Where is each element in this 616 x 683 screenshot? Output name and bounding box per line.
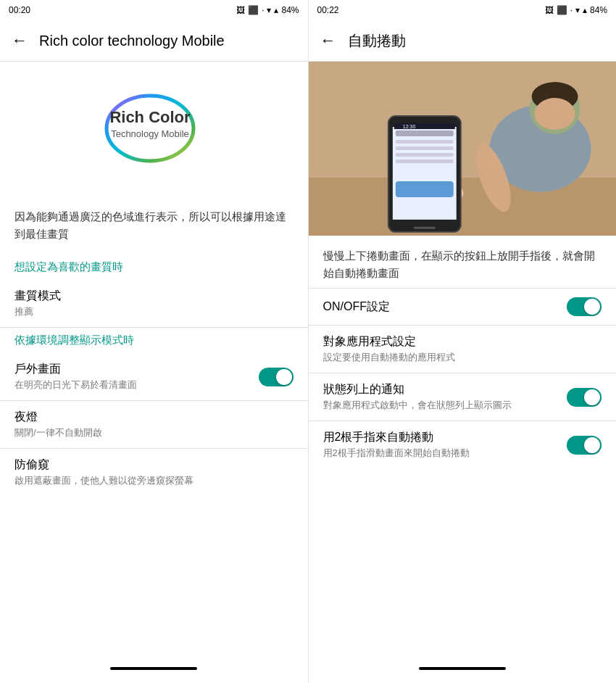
- back-button-left[interactable]: ←: [12, 31, 28, 50]
- quality-mode-subtitle: 推薦: [14, 305, 294, 318]
- svg-rect-19: [413, 227, 435, 229]
- svg-rect-15: [395, 146, 453, 150]
- back-button-right[interactable]: ←: [320, 31, 336, 50]
- hero-illustration: 12:30: [309, 62, 617, 236]
- bottom-bar-left: [110, 667, 197, 670]
- app-title-left: Rich color technology Mobile: [39, 33, 225, 49]
- status-bar-right: 00:22 🖼 ⬛ · ▾ ▴ 84%: [309, 0, 617, 20]
- section-header-2: 依據環境調整顯示模式時: [0, 328, 308, 353]
- status-bar-left: 00:20 🖼 ⬛ · ▾ ▴ 84%: [0, 0, 308, 20]
- left-description: 因為能夠通過廣泛的色域進行表示，所以可以根據用途達到最佳畫質: [0, 199, 308, 254]
- setting-item-two-finger[interactable]: 用2根手指來自動捲動 用2根手指滑動畫面來開始自動捲動: [309, 421, 617, 468]
- outdoor-subtitle: 在明亮的日光下易於看清畫面: [14, 378, 259, 392]
- setting-item-antipeep[interactable]: 防偷窺 啟用遮蔽畫面，使他人難以從旁邊窺探螢幕: [0, 449, 308, 496]
- svg-rect-16: [395, 153, 453, 157]
- outdoor-title: 戶外畫面: [14, 362, 259, 377]
- setting-item-onoff[interactable]: ON/OFF設定: [309, 289, 617, 325]
- setting-item-target-app[interactable]: 對象應用程式設定 設定要使用自動捲動的應用程式: [309, 326, 617, 373]
- left-panel-content: Rich Color Technology Mobile 因為能夠通過廣泛的色域…: [0, 62, 308, 654]
- right-panel-content: 慢慢上下捲動畫面，在顯示的按鈕上放開手指後，就會開始自動捲動畫面 ON/OFF設…: [309, 236, 617, 654]
- rich-color-logo-svg: Rich Color Technology Mobile: [81, 79, 226, 188]
- time-right: 00:22: [317, 5, 339, 15]
- antipeep-title: 防偷窺: [14, 458, 294, 473]
- two-finger-text: 用2根手指來自動捲動 用2根手指滑動畫面來開始自動捲動: [323, 430, 567, 460]
- target-app-subtitle: 設定要使用自動捲動的應用程式: [323, 351, 602, 364]
- quality-mode-title: 畫質模式: [14, 289, 294, 304]
- notification-toggle[interactable]: [567, 388, 602, 407]
- dot-icon-r: ·: [570, 5, 573, 15]
- left-panel: 00:20 🖼 ⬛ · ▾ ▴ 84% ← Rich color technol…: [0, 0, 309, 683]
- svg-rect-18: [395, 181, 453, 197]
- svg-rect-4: [309, 178, 617, 236]
- onoff-text: ON/OFF設定: [323, 299, 567, 315]
- svg-rect-17: [395, 160, 453, 163]
- two-finger-title: 用2根手指來自動捲動: [323, 430, 567, 445]
- onoff-title: ON/OFF設定: [323, 299, 567, 315]
- sync-icon: ⬛: [248, 5, 259, 15]
- setting-item-notification[interactable]: 狀態列上的通知 對象應用程式啟動中，會在狀態列上顯示圖示: [309, 373, 617, 421]
- bottom-nav-left: [0, 654, 308, 683]
- dot-icon: ·: [262, 5, 264, 15]
- signal-icon-r: ▴: [583, 5, 587, 15]
- wifi-icon-r: ▾: [575, 5, 580, 15]
- svg-rect-14: [395, 140, 453, 144]
- app-bar-right: ← 自動捲動: [309, 20, 617, 61]
- status-icons-left: 🖼 ⬛ · ▾ ▴ 84%: [236, 5, 299, 15]
- night-subtitle: 關閉/一律不自動開啟: [14, 426, 294, 439]
- antipeep-text: 防偷窺 啟用遮蔽畫面，使他人難以從旁邊窺探螢幕: [14, 458, 294, 487]
- svg-text:Technology Mobile: Technology Mobile: [111, 128, 189, 139]
- bottom-bar-right: [419, 667, 506, 670]
- svg-text:12:30: 12:30: [402, 124, 415, 129]
- night-text: 夜燈 關閉/一律不自動開啟: [14, 410, 294, 439]
- antipeep-subtitle: 啟用遮蔽畫面，使他人難以從旁邊窺探螢幕: [14, 474, 294, 487]
- auto-scroll-description: 慢慢上下捲動畫面，在顯示的按鈕上放開手指後，就會開始自動捲動畫面: [309, 236, 617, 288]
- time-left: 00:20: [9, 5, 30, 15]
- two-finger-subtitle: 用2根手指滑動畫面來開始自動捲動: [323, 447, 567, 460]
- setting-item-quality[interactable]: 畫質模式 推薦: [0, 280, 308, 327]
- two-finger-toggle[interactable]: [567, 436, 602, 455]
- setting-item-outdoor[interactable]: 戶外畫面 在明亮的日光下易於看清畫面: [0, 353, 308, 400]
- setting-item-night[interactable]: 夜燈 關閉/一律不自動開啟: [0, 401, 308, 448]
- svg-text:Rich Color: Rich Color: [110, 108, 191, 126]
- logo-area: Rich Color Technology Mobile: [0, 62, 308, 199]
- notification-text: 狀態列上的通知 對象應用程式啟動中，會在狀態列上顯示圖示: [323, 382, 567, 412]
- section-header-1: 想設定為喜歡的畫質時: [0, 254, 308, 280]
- outdoor-toggle[interactable]: [259, 368, 294, 386]
- app-bar-left: ← Rich color technology Mobile: [0, 20, 308, 61]
- status-icons-right: 🖼 ⬛ · ▾ ▴ 84%: [545, 5, 607, 15]
- app-title-right: 自動捲動: [348, 31, 406, 51]
- battery-right: 84%: [590, 5, 607, 15]
- setting-item-quality-text: 畫質模式 推薦: [14, 289, 294, 318]
- sync-icon-r: ⬛: [557, 5, 567, 15]
- onoff-toggle[interactable]: [567, 297, 602, 316]
- target-app-title: 對象應用程式設定: [323, 334, 602, 349]
- hero-image: 12:30: [309, 62, 617, 236]
- right-panel: 00:22 🖼 ⬛ · ▾ ▴ 84% ← 自動捲動: [309, 0, 617, 683]
- wifi-icon: ▾: [267, 5, 271, 15]
- outdoor-text: 戶外畫面 在明亮的日光下易於看清畫面: [14, 362, 259, 392]
- bottom-nav-right: [309, 654, 617, 683]
- night-title: 夜燈: [14, 410, 294, 425]
- signal-icon: ▴: [274, 5, 278, 15]
- svg-point-8: [534, 98, 575, 130]
- svg-rect-13: [395, 131, 453, 136]
- notification-icon-r: 🖼: [545, 5, 554, 15]
- battery-left: 84%: [281, 5, 299, 15]
- notification-icon: 🖼: [236, 5, 245, 15]
- notification-title: 狀態列上的通知: [323, 382, 567, 397]
- notification-subtitle: 對象應用程式啟動中，會在狀態列上顯示圖示: [323, 399, 567, 412]
